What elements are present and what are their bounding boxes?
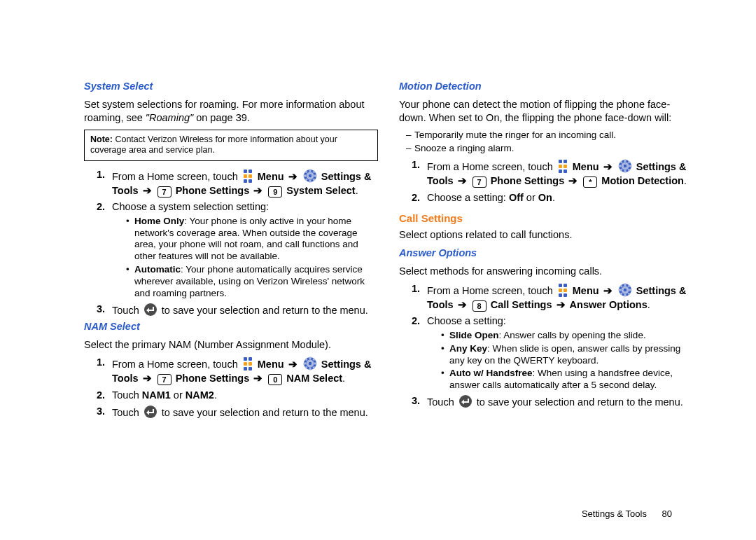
system-select-intro: Set system selections for roaming. For m… bbox=[84, 98, 378, 125]
nam-select-steps: 1. From a Home screen, touch Menu ➔ Sett… bbox=[97, 356, 378, 420]
arrow-icon: ➔ bbox=[288, 359, 298, 370]
arrow-icon: ➔ bbox=[603, 161, 612, 172]
heading-call-settings: Call Settings bbox=[399, 212, 693, 226]
effect-mute: Temporarily mute the ringer for an incom… bbox=[406, 130, 693, 141]
back-icon bbox=[144, 303, 158, 317]
note-label: Note: bbox=[90, 134, 113, 144]
keycap-8: 8 bbox=[472, 300, 486, 312]
gear-icon bbox=[618, 159, 632, 173]
step-3: 3. Touch to save your selection and retu… bbox=[97, 303, 378, 318]
step-1: 1. From a Home screen, touch Menu ➔ Sett… bbox=[97, 356, 378, 385]
option-automatic: Automatic: Your phone automatically acqu… bbox=[126, 264, 378, 300]
system-select-steps: 1. From a Home screen, touch Menu ➔ Sett… bbox=[97, 168, 378, 317]
menu-grid-icon bbox=[242, 356, 253, 371]
menu-grid-icon bbox=[242, 168, 253, 183]
heading-system-select: System Select bbox=[84, 80, 378, 94]
step-2: 2. Choose a system selection setting: Ho… bbox=[97, 200, 378, 300]
footer-section: Settings & Tools bbox=[582, 508, 647, 519]
keycap-7: 7 bbox=[158, 374, 172, 385]
gear-icon bbox=[618, 283, 632, 297]
arrow-icon: ➔ bbox=[568, 175, 578, 186]
arrow-icon: ➔ bbox=[143, 185, 152, 196]
answer-options-list: Slide Open: Answer calls by opening the … bbox=[441, 330, 693, 392]
keycap-7: 7 bbox=[472, 176, 486, 188]
step-1: 1. From a Home screen, touch Menu ➔ Sett… bbox=[412, 158, 693, 188]
keycap-star: * bbox=[583, 176, 597, 188]
step-2: 2. Choose a setting: Slide Open: Answer … bbox=[412, 314, 693, 392]
arrow-icon: ➔ bbox=[458, 299, 467, 310]
arrow-icon: ➔ bbox=[603, 285, 612, 296]
step-2: 2. Touch NAM1 or NAM2. bbox=[97, 389, 378, 403]
motion-detection-intro: Your phone can detect the motion of flip… bbox=[399, 98, 693, 125]
option-slide-open: Slide Open: Answer calls by opening the … bbox=[441, 330, 693, 342]
menu-grid-icon bbox=[557, 158, 568, 173]
motion-detection-effects: Temporarily mute the ringer for an incom… bbox=[406, 130, 693, 155]
arrow-icon: ➔ bbox=[253, 185, 262, 196]
left-column: System Select Set system selections for … bbox=[84, 77, 378, 499]
motion-detection-steps: 1. From a Home screen, touch Menu ➔ Sett… bbox=[412, 158, 693, 205]
gear-icon bbox=[303, 169, 317, 183]
right-column: Motion Detection Your phone can detect t… bbox=[399, 77, 693, 499]
step-1: 1. From a Home screen, touch Menu ➔ Sett… bbox=[97, 168, 378, 198]
two-column-layout: System Select Set system selections for … bbox=[84, 77, 707, 499]
step-3: 3. Touch to save your selection and retu… bbox=[412, 394, 693, 410]
arrow-icon: ➔ bbox=[458, 175, 467, 186]
keycap-0: 0 bbox=[268, 374, 282, 385]
answer-options-intro: Select methods for answering incoming ca… bbox=[399, 265, 693, 279]
footer-page-number: 80 bbox=[662, 508, 672, 519]
step-3: 3. Touch to save your selection and retu… bbox=[97, 405, 378, 420]
step-2: 2. Choose a setting: Off or On. bbox=[412, 191, 693, 205]
gear-icon bbox=[303, 356, 317, 371]
keycap-7: 7 bbox=[158, 186, 172, 198]
heading-answer-options: Answer Options bbox=[399, 247, 693, 261]
option-home-only: Home Only: Your phone is only active in … bbox=[126, 216, 378, 263]
heading-nam-select: NAM Select bbox=[84, 320, 378, 334]
document-page: System Select Set system selections for … bbox=[0, 0, 756, 540]
step-1: 1. From a Home screen, touch Menu ➔ Sett… bbox=[412, 282, 693, 312]
system-select-options: Home Only: Your phone is only active in … bbox=[126, 216, 378, 300]
answer-options-steps: 1. From a Home screen, touch Menu ➔ Sett… bbox=[412, 282, 693, 410]
menu-grid-icon bbox=[557, 282, 568, 297]
call-settings-intro: Select options related to call functions… bbox=[399, 228, 693, 242]
effect-snooze: Snooze a ringing alarm. bbox=[406, 143, 693, 155]
heading-motion-detection: Motion Detection bbox=[399, 80, 693, 94]
note-box: Note: Contact Verizon Wireless for more … bbox=[84, 130, 378, 161]
arrow-icon: ➔ bbox=[253, 373, 262, 384]
option-any-key: Any Key: When slide is open, answer call… bbox=[441, 343, 693, 367]
nam-select-intro: Select the primary NAM (Number Assignmen… bbox=[84, 338, 378, 352]
page-footer: Settings & Tools 80 bbox=[84, 508, 707, 519]
back-icon bbox=[458, 394, 472, 408]
arrow-icon: ➔ bbox=[556, 299, 566, 310]
keycap-9: 9 bbox=[268, 186, 282, 198]
arrow-icon: ➔ bbox=[143, 373, 152, 384]
note-text: Contact Verizon Wireless for more inform… bbox=[90, 134, 337, 155]
back-icon bbox=[144, 405, 158, 419]
arrow-icon: ➔ bbox=[288, 171, 298, 182]
option-auto-handsfree: Auto w/ Handsfree: When using a handsfre… bbox=[441, 368, 693, 392]
